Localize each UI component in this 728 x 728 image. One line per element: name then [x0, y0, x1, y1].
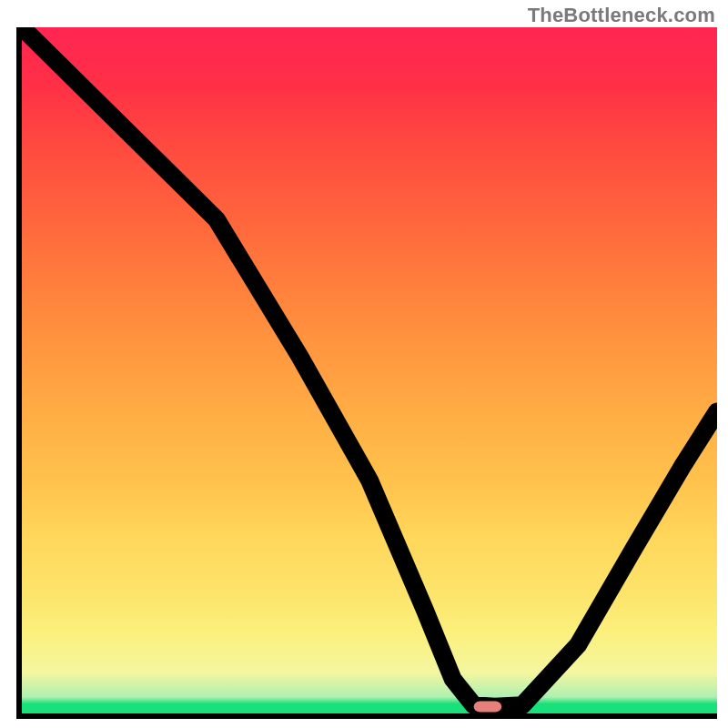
- watermark-text: TheBottleneck.com: [528, 4, 715, 27]
- bottleneck-curve: [22, 27, 717, 706]
- chart-container: TheBottleneck.com: [0, 0, 728, 728]
- plot-area: [16, 27, 717, 719]
- curve-layer: [22, 27, 717, 713]
- optimal-point-marker: [474, 701, 502, 712]
